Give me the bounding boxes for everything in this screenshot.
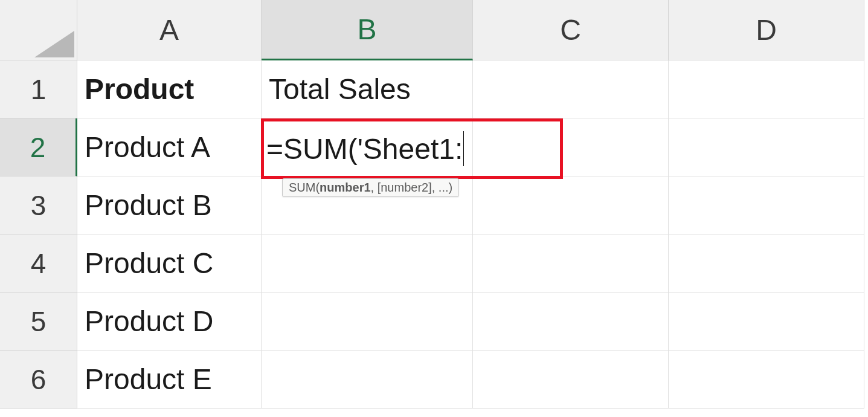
cell-D5[interactable]: [669, 293, 864, 351]
formula-editor[interactable]: =SUM('Sheet1:: [266, 121, 464, 176]
cell-C1[interactable]: [473, 60, 669, 118]
formula-tooltip[interactable]: SUM(number1, [number2], ...): [282, 178, 459, 197]
cell-B1[interactable]: Total Sales: [262, 60, 473, 118]
tooltip-rest: , [number2], ...): [371, 181, 453, 194]
cell-D1[interactable]: [669, 60, 864, 118]
cell-A4[interactable]: Product C: [77, 234, 262, 293]
cell-D6[interactable]: [669, 351, 864, 409]
row-header-2[interactable]: 2: [0, 118, 77, 176]
cell-A3[interactable]: Product B: [77, 176, 262, 234]
cell-C4[interactable]: [473, 234, 669, 293]
text-cursor: [463, 131, 464, 166]
row-header-1[interactable]: 1: [0, 60, 77, 118]
cell-C3[interactable]: [473, 176, 669, 234]
cell-C2[interactable]: [473, 118, 669, 176]
cell-B4[interactable]: [262, 234, 473, 293]
cell-D3[interactable]: [669, 176, 864, 234]
column-header-B[interactable]: B: [262, 0, 473, 60]
column-header-A[interactable]: A: [77, 0, 262, 60]
row-header-3[interactable]: 3: [0, 176, 77, 234]
column-header-C[interactable]: C: [473, 0, 669, 60]
cell-D4[interactable]: [669, 234, 864, 293]
row-header-4[interactable]: 4: [0, 234, 77, 293]
cell-C6[interactable]: [473, 351, 669, 409]
select-all-corner[interactable]: [0, 0, 77, 60]
cell-D2[interactable]: [669, 118, 864, 176]
tooltip-func: SUM(: [289, 181, 320, 194]
spreadsheet-grid: A B C D 1 Product Total Sales 2 Product …: [0, 0, 864, 409]
cell-B5[interactable]: [262, 293, 473, 351]
row-header-6[interactable]: 6: [0, 351, 77, 409]
cell-A1[interactable]: Product: [77, 60, 262, 118]
cell-A6[interactable]: Product E: [77, 351, 262, 409]
cell-C5[interactable]: [473, 293, 669, 351]
tooltip-arg-current: number1: [320, 181, 370, 194]
column-header-D[interactable]: D: [669, 0, 864, 60]
row-header-5[interactable]: 5: [0, 293, 77, 351]
cell-A5[interactable]: Product D: [77, 293, 262, 351]
cell-B6[interactable]: [262, 351, 473, 409]
formula-text: =SUM('Sheet1:: [266, 132, 463, 166]
cell-A2[interactable]: Product A: [77, 118, 262, 176]
